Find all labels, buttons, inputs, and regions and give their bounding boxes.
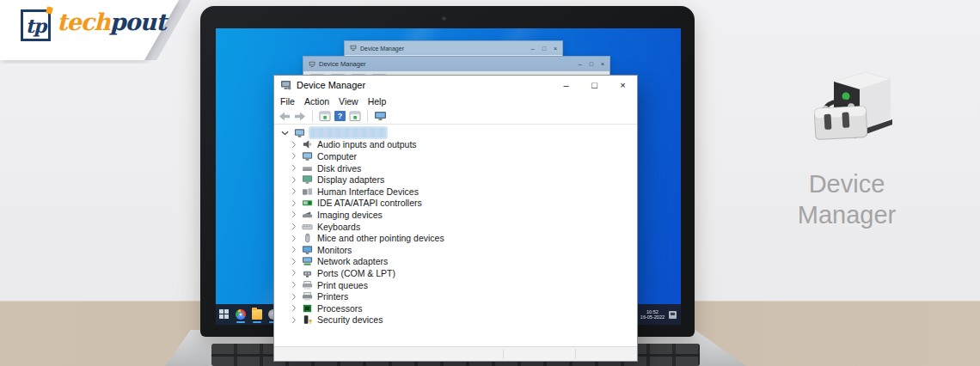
window-title: Device Manager	[319, 60, 366, 68]
disk-icon	[302, 163, 313, 174]
help-icon[interactable]: ?	[334, 111, 346, 121]
display-adapter-icon	[302, 174, 313, 185]
tree-item[interactable]: Display adapters	[274, 174, 637, 186]
menu-view[interactable]: View	[339, 96, 365, 107]
device-manager-window-icon	[280, 80, 291, 90]
status-bar	[274, 346, 637, 361]
expand-chevron-icon[interactable]	[291, 304, 297, 312]
expand-chevron-icon[interactable]	[291, 176, 297, 184]
collapse-chevron-icon[interactable]	[281, 131, 289, 136]
expand-chevron-icon[interactable]	[291, 316, 297, 324]
tree-item[interactable]: IDE ATA/ATAPI controllers	[274, 198, 637, 210]
taskbar-clock[interactable]: 10:52 16-05-2022	[640, 309, 665, 320]
tree-item[interactable]: Network adapters	[274, 256, 637, 268]
imaging-icon	[302, 210, 313, 220]
expand-chevron-icon[interactable]	[291, 235, 297, 242]
expand-chevron-icon[interactable]	[291, 293, 297, 301]
cascade-window-titlebar[interactable]: Device Manager – □ ×	[303, 57, 609, 71]
ports-icon	[302, 268, 313, 278]
device-manager-label: Device Manager	[774, 168, 920, 230]
computer-root-icon	[294, 128, 305, 138]
toolbar-separator	[312, 110, 313, 122]
tree-root-node[interactable]	[274, 127, 637, 139]
forward-arrow-icon[interactable]	[294, 112, 306, 121]
close-button[interactable]: ×	[601, 61, 604, 67]
tree-item[interactable]: Audio inputs and outputs	[274, 139, 637, 151]
expand-chevron-icon[interactable]	[291, 258, 297, 265]
monitor-icon	[302, 245, 313, 255]
scan-hardware-icon[interactable]	[374, 111, 387, 121]
label-line-2: Manager	[774, 199, 920, 230]
expand-chevron-icon[interactable]	[291, 187, 297, 195]
close-button[interactable]: ×	[554, 46, 557, 52]
statusbar-divider	[575, 349, 576, 359]
processor-icon	[302, 303, 313, 314]
expand-chevron-icon[interactable]	[291, 164, 297, 172]
keyboard-icon	[302, 222, 313, 232]
toolbar-separator	[367, 110, 368, 122]
active-app-indicator	[236, 321, 245, 323]
device-manager-window[interactable]: Device Manager – □ × File Action View He…	[273, 75, 638, 362]
expand-chevron-icon[interactable]	[291, 210, 297, 218]
tree-item[interactable]: Computer	[274, 150, 637, 162]
expand-chevron-icon[interactable]	[291, 281, 297, 289]
minimize-button[interactable]: –	[552, 76, 580, 94]
tree-item[interactable]: Ports (COM & LPT)	[274, 267, 637, 279]
cascade-window-titlebar[interactable]: Device Manager – □ ×	[345, 41, 562, 55]
expand-chevron-icon[interactable]	[291, 269, 297, 277]
expand-chevron-icon[interactable]	[291, 141, 297, 149]
webcam-dot	[442, 16, 446, 21]
window-title: Device Manager	[297, 80, 365, 90]
hid-icon	[302, 186, 313, 197]
tree-item[interactable]: Monitors	[274, 244, 637, 256]
device-manager-app-icon	[813, 69, 896, 162]
window-titlebar[interactable]: Device Manager – □ ×	[274, 76, 637, 94]
tree-item[interactable]: Human Interface Devices	[274, 186, 637, 198]
power-led	[842, 93, 850, 101]
tree-item[interactable]: Imaging devices	[274, 209, 637, 221]
back-arrow-icon[interactable]	[279, 112, 291, 121]
tp-logo-text: tp	[26, 15, 46, 37]
security-icon	[302, 314, 313, 325]
tree-item[interactable]: Print queues	[274, 279, 637, 291]
tree-item[interactable]: Security devices	[274, 314, 637, 326]
menu-bar[interactable]: File Action View Help	[274, 94, 637, 108]
properties-window-icon[interactable]	[349, 111, 361, 122]
brand-tech: tech	[57, 9, 110, 35]
maximize-button[interactable]: □	[580, 76, 609, 94]
minimize-button[interactable]: –	[579, 61, 582, 67]
menu-action[interactable]: Action	[304, 96, 336, 107]
techpout-banner: tp techpout	[0, 0, 198, 64]
notification-tray-icon[interactable]	[669, 311, 677, 319]
expand-chevron-icon[interactable]	[291, 152, 297, 160]
minimize-button[interactable]: –	[531, 46, 535, 52]
hero-image: 10:52 16-05-2022 Device Manager – □ ×	[0, 0, 980, 366]
printer-icon	[302, 291, 313, 302]
menu-help[interactable]: Help	[368, 96, 394, 107]
device-manager-window-icon	[309, 61, 315, 68]
tree-item[interactable]: Keyboards	[274, 221, 637, 233]
brand-wordmark: techpout	[57, 9, 166, 35]
tree-item[interactable]: Mice and other pointing devices	[274, 232, 637, 244]
menu-file[interactable]: File	[280, 96, 302, 107]
brand-pout: pout	[110, 9, 166, 35]
chrome-icon[interactable]	[236, 309, 246, 320]
file-explorer-icon[interactable]	[252, 309, 262, 320]
tree-item[interactable]: Printers	[274, 290, 637, 302]
expand-chevron-icon[interactable]	[291, 199, 297, 207]
close-button[interactable]: ×	[609, 76, 637, 94]
tree-item[interactable]: Disk drives	[274, 162, 637, 174]
toolbar[interactable]: ?	[274, 108, 637, 125]
active-app-indicator	[253, 321, 261, 323]
maximize-button[interactable]: □	[590, 61, 593, 67]
device-manager-window-icon	[350, 45, 357, 52]
maximize-button[interactable]: □	[542, 46, 546, 52]
audio-icon	[302, 139, 313, 149]
label-line-1: Device	[774, 168, 920, 199]
device-tree[interactable]: Audio inputs and outputs Computer Disk d…	[274, 125, 637, 346]
expand-chevron-icon[interactable]	[291, 246, 297, 253]
start-button-icon[interactable]	[219, 309, 230, 320]
expand-chevron-icon[interactable]	[291, 223, 297, 230]
tree-item[interactable]: Processors	[274, 302, 637, 314]
show-window-icon[interactable]	[319, 111, 331, 122]
